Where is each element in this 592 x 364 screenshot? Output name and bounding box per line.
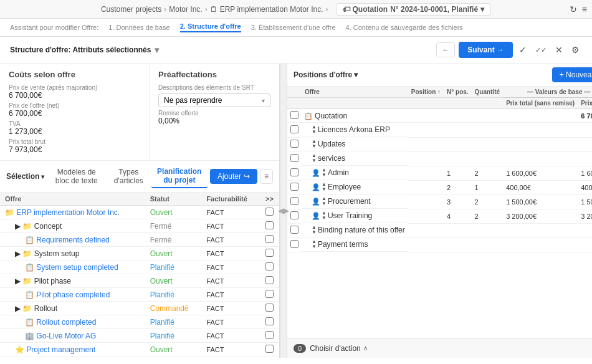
arrow-down-btn[interactable]: ▼ <box>322 173 327 178</box>
offre-fact-cell: FACT <box>201 288 260 302</box>
panel-splitter[interactable]: ◀▶ <box>280 64 287 358</box>
offre-row-checkbox[interactable] <box>265 345 274 353</box>
remise-label: Remise offerte <box>158 110 270 117</box>
quotation-badge[interactable]: 🏷 Quotation N° 2024-10-0001, Planifié ▾ <box>336 3 492 16</box>
offre-statut-cell: Fermé <box>145 219 202 233</box>
pos-npos-cell: 3 <box>444 194 472 209</box>
table-row: 📋 Rollout completed Planifié FACT <box>0 315 279 329</box>
offre-name-link[interactable]: 📋 Pilot phase completed <box>25 290 110 299</box>
pos-row-checkbox[interactable] <box>290 183 298 191</box>
selection-filter-button[interactable]: ≡ <box>260 169 273 184</box>
offre-row-checkbox[interactable] <box>265 304 274 312</box>
arrow-down-btn[interactable]: ▼ <box>312 130 317 135</box>
wizard-step-2[interactable]: 2. Structure d'offre <box>180 22 241 32</box>
arrow-down-btn[interactable]: ▼ <box>322 187 327 192</box>
offre-name-cell: ▶ 📁 System setup <box>0 247 145 261</box>
offre-row-checkbox[interactable] <box>265 290 274 298</box>
statut-col-header: Statut <box>145 193 202 206</box>
offre-name-link[interactable]: 📋 Requirements defined <box>25 236 110 244</box>
pos-row-checkbox[interactable] <box>290 226 298 234</box>
row-arrows: ▲▼ <box>322 168 327 178</box>
pos-row-checkbox[interactable] <box>290 154 298 162</box>
offre-check-cell <box>260 206 279 219</box>
srt-dropdown[interactable]: Ne pas reprendre ▾ <box>158 93 270 107</box>
offre-row-checkbox[interactable] <box>265 262 274 271</box>
pos-row-checkbox[interactable] <box>290 240 298 248</box>
selection-label[interactable]: Sélection ▾ <box>6 172 44 181</box>
breadcrumb-customer-projects[interactable]: Customer projects <box>101 5 161 14</box>
arrow-down-btn[interactable]: ▼ <box>312 144 317 149</box>
offre-row-checkbox[interactable] <box>265 221 274 229</box>
breadcrumb-motor-inc[interactable]: Motor Inc. <box>169 5 202 14</box>
wizard-step-3[interactable]: 3. Établissement d'une offre <box>251 24 336 31</box>
tab-modeles[interactable]: Modèles de bloc de texte <box>47 165 106 188</box>
pos-position-cell <box>408 137 444 151</box>
cost-value-1: 6 700,00€ <box>9 109 140 118</box>
menu-button[interactable]: ≡ <box>582 4 587 14</box>
pos-row-checkbox[interactable] <box>290 140 298 148</box>
offre-row-checkbox[interactable] <box>265 249 274 257</box>
breadcrumb-erp-label[interactable]: ERP implementation Motor Inc. <box>220 5 323 14</box>
pos-name-text: Quotation <box>315 112 347 120</box>
arrow-down-btn[interactable]: ▼ <box>322 216 327 221</box>
table-row: 📋 Pilot phase completed Planifié FACT <box>0 288 279 302</box>
arrow-down-btn[interactable]: ▼ <box>312 158 317 163</box>
offre-name-link[interactable]: 📋 System setup completed <box>25 263 118 272</box>
offre-name-group: ▶ 📁 Concept <box>15 222 62 231</box>
close-button[interactable]: ✕ <box>553 42 565 57</box>
tab-planif[interactable]: Planification du projet <box>151 165 208 188</box>
pos-qty-cell <box>472 237 504 252</box>
pos-row-checkbox[interactable] <box>290 211 298 219</box>
offre-row-checkbox[interactable] <box>265 235 274 243</box>
pos-check-cell <box>287 223 302 237</box>
pos-prix-total-cell: 400,00€ <box>578 180 592 194</box>
offre-row-checkbox[interactable] <box>265 317 274 325</box>
pos-position-cell <box>408 180 444 194</box>
offre-name-link[interactable]: ⭐ Project management <box>15 345 95 354</box>
arrow-down-btn[interactable]: ▼ <box>312 244 317 249</box>
pos-npos-cell: 2 <box>444 180 472 194</box>
action-select[interactable]: Choisir d'action ∧ <box>310 344 368 353</box>
pos-qty-cell: 1 <box>472 180 504 194</box>
breadcrumb-sep3: › <box>326 5 328 14</box>
offre-name-link[interactable]: 📋 Rollout completed <box>25 318 96 327</box>
offre-name-cell: 📋 Requirements defined <box>0 233 145 247</box>
pos-prix-sans-cell <box>503 223 578 237</box>
pos-row-checkbox[interactable] <box>290 168 298 176</box>
arrow-down-btn[interactable]: ▼ <box>312 230 317 235</box>
pos-prix-sans-cell <box>503 237 578 252</box>
page-title-arrow[interactable]: ▾ <box>155 45 159 55</box>
offre-row-checkbox[interactable] <box>265 208 274 216</box>
pos-row-checkbox[interactable] <box>290 125 298 133</box>
back-button[interactable]: ← <box>436 42 455 57</box>
offre-fact-cell: FACT <box>201 357 260 358</box>
check-button[interactable]: ✓ <box>517 42 529 57</box>
table-row: 📁 ERP implementation Motor Inc. Ouvert F… <box>0 206 279 219</box>
arrow-down-btn[interactable]: ▼ <box>322 201 327 206</box>
pos-row-checkbox[interactable] <box>290 111 298 119</box>
offre-name-link[interactable]: 📁 ERP implementation Motor Inc. <box>5 208 120 217</box>
positions-label[interactable]: Positions d'offre ▾ <box>294 70 358 79</box>
offre-name-cell: 🏢 Go-Live Motor AG <box>0 329 145 343</box>
header-actions: ← Suivant → ✓ ✓✓ ✕ ⚙ <box>436 42 582 58</box>
offre-row-checkbox[interactable] <box>265 331 274 339</box>
pos-check-cell <box>287 123 302 138</box>
wizard-step-1[interactable]: 1. Données de base <box>108 24 169 31</box>
nouveau-button[interactable]: + Nouveau <box>552 67 592 82</box>
pos-row-checkbox[interactable] <box>290 197 298 205</box>
selection-label-text: Sélection <box>6 172 39 181</box>
wizard-step-4[interactable]: 4. Contenu de sauvegarde des fichiers <box>346 24 463 31</box>
tab-types[interactable]: Types d'articles <box>108 165 149 188</box>
ajouter-button[interactable]: Ajouter ↪ <box>210 169 257 184</box>
refresh-button[interactable]: ↻ <box>570 4 577 14</box>
cost-value-0: 6 700,00€ <box>9 91 140 100</box>
offre-fact-cell: FACT <box>201 261 260 274</box>
double-check-button[interactable]: ✓✓ <box>533 44 549 57</box>
page-header: Structure d'offre: Attributs sélectionné… <box>0 37 592 64</box>
list-item: ▲▼Payment terms ✏ <box>287 237 592 252</box>
next-button[interactable]: Suivant → <box>459 42 513 58</box>
pos-qty-cell <box>472 151 504 166</box>
offre-name-link[interactable]: 🏢 Go-Live Motor AG <box>25 332 96 340</box>
offre-row-checkbox[interactable] <box>265 276 274 284</box>
settings-button[interactable]: ⚙ <box>569 42 582 57</box>
